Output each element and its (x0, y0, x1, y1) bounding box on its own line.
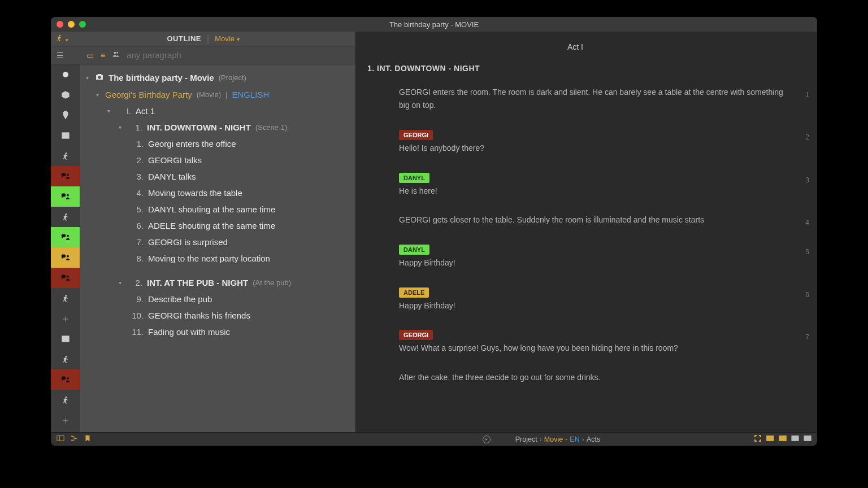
tree-beat[interactable]: 3.DANYL talks (83, 168, 350, 185)
chevron-right-icon: › (540, 435, 542, 443)
chevron-down-icon[interactable]: ▾ (105, 108, 112, 114)
chevron-down-icon[interactable]: ▾ (94, 91, 101, 98)
tree-beat[interactable]: 11.Fading out with music (83, 324, 350, 340)
card-view-icon[interactable]: ▭ (86, 51, 94, 60)
dialog-block[interactable]: DANYLHappy Birthday!5 (399, 243, 783, 270)
crumb-project[interactable]: Project (515, 435, 537, 443)
action-block[interactable]: GEORGI gets closer to the table. Suddenl… (399, 213, 783, 227)
chevron-down-icon[interactable]: ▾ (116, 124, 123, 130)
movie-lang[interactable]: ENGLISH (232, 90, 270, 99)
chevron-down-icon[interactable]: ▾ (116, 280, 123, 286)
tree-beat[interactable]: 9.Describe the pub (83, 291, 350, 307)
type-dropdown[interactable]: Movie ▾ (215, 34, 239, 43)
paragraph-number: 1 (805, 89, 809, 101)
dialog-block[interactable]: GEORGIWow! What a surprise! Guys, how lo… (399, 328, 783, 355)
running-icon[interactable] (51, 288, 80, 308)
speech-person-icon[interactable] (51, 369, 80, 390)
crumb-movie[interactable]: Movie (544, 435, 563, 443)
statusbar-right-icons (754, 434, 811, 444)
plus-icon[interactable]: ＋ (51, 308, 80, 329)
beat-label: Describe the pub (148, 294, 212, 304)
dialog-block[interactable]: ADELEHappy Birthday!6 (399, 286, 783, 313)
tree-movie[interactable]: ▾ Georgi's Birthday Party (Movie) | ENGL… (83, 86, 350, 103)
running-icon[interactable] (51, 207, 80, 227)
chevron-down-icon[interactable]: ▾ (84, 75, 90, 81)
script-panel[interactable]: Act I 1. INT. DOWNTOWN - NIGHT GEORGI en… (356, 32, 817, 432)
dialog-block[interactable]: DANYLHe is here!3 (399, 171, 783, 198)
svg-point-11 (67, 194, 69, 197)
svg-point-12 (67, 235, 69, 237)
tree-act[interactable]: ▾ I. Act 1 (83, 103, 350, 119)
speech-person-icon[interactable] (51, 268, 80, 288)
beat-label: Georgi enters the office (148, 139, 236, 149)
running-icon[interactable] (51, 349, 80, 369)
app-window: The birthday party - MOVIE ▾ OUTLINE | M… (51, 17, 817, 446)
tree-scene[interactable]: ▾ 2. INT. AT THE PUB - NIGHT (At the pub… (83, 274, 350, 291)
panel-layout-icon[interactable] (57, 434, 64, 444)
beat-num: 2. (129, 155, 144, 165)
svg-point-22 (67, 377, 69, 380)
tree-beat[interactable]: 10.GEORGI thanks his friends (83, 307, 350, 324)
beat-label: Moving to the next party location (148, 254, 270, 263)
tree-project[interactable]: ▾ The birthday party - Movie (Project) (83, 69, 350, 86)
project-meta: (Project) (219, 73, 246, 82)
menu-icon[interactable]: ☰ (57, 51, 64, 60)
scene-title: INT. AT THE PUB - NIGHT (147, 278, 248, 287)
outline-label: OUTLINE (167, 34, 201, 43)
script-text: GEORGI gets closer to the table. Suddenl… (399, 215, 704, 224)
running-icon[interactable] (51, 390, 80, 410)
beat-num: 9. (129, 294, 144, 304)
action-block[interactable]: GEORGI enters the room. The room is dark… (399, 86, 783, 113)
tree-scene[interactable]: ▾ 1. INT. DOWNTOWN - NIGHT (Scene 1) (83, 119, 350, 136)
cube-icon[interactable] (51, 85, 80, 105)
crumb-lang[interactable]: EN (570, 435, 579, 443)
tree-icon[interactable] (70, 434, 78, 444)
action-block[interactable]: After the cake, the three decide to go o… (399, 371, 783, 385)
dot-icon[interactable] (51, 64, 80, 85)
separator: | (225, 90, 227, 99)
pin-icon[interactable] (51, 105, 80, 125)
speech-person-icon[interactable] (51, 247, 80, 268)
tree-beat[interactable]: 6.ADELE shouting at the same time (83, 217, 350, 234)
chevron-down-icon: ▾ (237, 36, 240, 42)
script-text: He is here! (399, 186, 437, 195)
script-text: Hello! Is anybody there? (399, 143, 484, 152)
dialog-block[interactable]: GEORGIHello! Is anybody there?2 (399, 128, 783, 155)
speech-person-icon[interactable] (51, 186, 80, 207)
tree-beat[interactable]: 2.GEORGI talks (83, 152, 350, 168)
tree-beat[interactable]: 1.Georgi enters the office (83, 136, 350, 152)
speech-person-icon[interactable] (51, 166, 80, 186)
beat-num: 4. (129, 188, 144, 198)
paragraph-number: 6 (805, 289, 809, 300)
tree-beat[interactable]: 5.DANYL shouting at the same time (83, 201, 350, 217)
movie-meta: (Movie) (197, 90, 221, 99)
scene-heading: 1. INT. DOWNTOWN - NIGHT (367, 62, 783, 76)
outline-tree[interactable]: ▾ The birthday party - Movie (Project) ▾… (80, 64, 355, 432)
tree-beat[interactable]: 4.Moving towards the table (83, 185, 350, 201)
panel-right-icon[interactable] (779, 434, 787, 444)
list-view-icon[interactable]: ≡ (101, 51, 105, 60)
crumb-acts[interactable]: Acts (587, 435, 600, 443)
beat-label: Fading out with music (148, 327, 230, 337)
running-icon[interactable]: ▾ (55, 34, 68, 43)
dash: - (565, 435, 567, 443)
tree-beat[interactable]: 8.Moving to the next party location (83, 250, 350, 267)
paragraph-number: 3 (805, 175, 809, 186)
svg-rect-3 (62, 133, 69, 138)
running-icon[interactable] (51, 146, 80, 166)
panel-full-icon[interactable] (804, 434, 811, 444)
speech-person-icon[interactable] (51, 227, 80, 247)
panel-left-icon[interactable] (766, 434, 774, 444)
film-icon[interactable] (51, 329, 80, 349)
panel-split-icon[interactable] (791, 434, 799, 444)
script-text: Happy Birthday! (399, 301, 455, 310)
tree-beat[interactable]: 7.GEORGI is surprised (83, 234, 350, 250)
bookmark-icon[interactable] (84, 434, 92, 444)
film-icon[interactable] (51, 125, 80, 146)
search-input[interactable] (127, 50, 350, 60)
fullscreen-icon[interactable] (754, 434, 762, 444)
plus-icon[interactable]: ＋ (51, 410, 80, 430)
play-icon[interactable]: ▸ (483, 435, 491, 443)
script-text: GEORGI enters the room. The room is dark… (399, 88, 783, 110)
people-filter-icon[interactable] (112, 50, 120, 60)
